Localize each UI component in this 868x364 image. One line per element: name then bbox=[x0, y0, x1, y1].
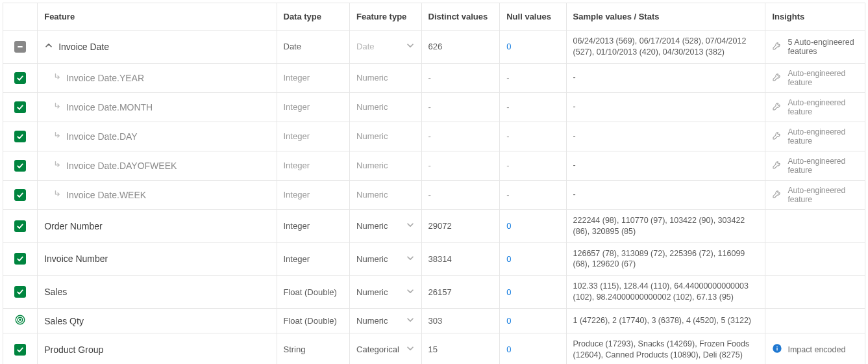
null-value-link[interactable]: 0 bbox=[506, 287, 511, 297]
distinct-value: 626 bbox=[421, 31, 500, 64]
table-row[interactable]: Invoice Date.MONTHIntegerNumeric---Auto-… bbox=[3, 92, 865, 122]
null-value: - bbox=[506, 161, 509, 170]
feature-type-select: Numeric bbox=[356, 102, 414, 112]
target-icon[interactable] bbox=[14, 314, 26, 326]
wrench-icon bbox=[772, 159, 782, 172]
insight-text: Auto-engineered feature bbox=[787, 98, 858, 116]
null-value-link[interactable]: 0 bbox=[506, 254, 511, 264]
feature-name: Invoice Date.DAYOFWEEK bbox=[66, 161, 177, 171]
feature-type-select[interactable]: Numeric bbox=[356, 220, 414, 231]
insight: 5 Auto-engineered features bbox=[772, 38, 858, 56]
header-data-type[interactable]: Data type bbox=[277, 3, 350, 31]
chevron-down-icon bbox=[406, 287, 415, 298]
feature-name: Invoice Date.DAY bbox=[66, 131, 137, 142]
feature-type-value: Numeric bbox=[356, 131, 388, 141]
feature-name: Invoice Date.YEAR bbox=[66, 73, 144, 83]
data-type: String bbox=[277, 333, 350, 365]
header-distinct[interactable]: Distinct values bbox=[421, 3, 500, 31]
table-row[interactable]: SalesFloat (Double)Numeric261570102.33 (… bbox=[3, 276, 865, 309]
feature-type-select[interactable]: Date bbox=[356, 41, 414, 52]
table-row[interactable]: Invoice Date.DAYOFWEEKIntegerNumeric---A… bbox=[3, 151, 865, 180]
sample-values: - bbox=[573, 72, 759, 83]
header-checkbox bbox=[3, 3, 38, 31]
data-type: Integer bbox=[277, 209, 350, 242]
feature-type-select: Numeric bbox=[356, 190, 414, 200]
feature-type-select[interactable]: Numeric bbox=[356, 315, 414, 326]
header-null[interactable]: Null values bbox=[500, 3, 566, 31]
feature-type-value: Numeric bbox=[356, 102, 388, 112]
sample-values: Produce (17293), Snacks (14269), Frozen … bbox=[573, 339, 759, 361]
feature-name: Invoice Date.WEEK bbox=[66, 190, 146, 200]
feature-type-value: Numeric bbox=[356, 190, 388, 200]
row-checkbox[interactable] bbox=[14, 286, 26, 298]
row-checkbox[interactable] bbox=[14, 41, 26, 53]
row-checkbox[interactable] bbox=[14, 253, 26, 265]
feature-type-select: Numeric bbox=[356, 161, 414, 170]
feature-name: Invoice Date.MONTH bbox=[66, 102, 153, 112]
table-row[interactable]: Invoice Date.WEEKIntegerNumeric---Auto-e… bbox=[3, 180, 865, 209]
row-checkbox[interactable] bbox=[14, 160, 26, 172]
insight-text: Auto-engineered feature bbox=[787, 186, 858, 204]
row-checkbox[interactable] bbox=[14, 344, 26, 356]
insight-text: Impact encoded bbox=[787, 345, 845, 354]
table-row[interactable]: Invoice Date.DAYIntegerNumeric---Auto-en… bbox=[3, 122, 865, 151]
insight: Auto-engineered feature bbox=[772, 186, 858, 204]
null-value-link[interactable]: 0 bbox=[506, 344, 511, 354]
header-feature[interactable]: Feature bbox=[38, 3, 277, 31]
expand-toggle[interactable] bbox=[44, 41, 53, 52]
table-row[interactable]: Invoice DateDateDate626006/24/2013 (569)… bbox=[3, 31, 865, 64]
feature-type-value: Numeric bbox=[356, 221, 388, 231]
table-row[interactable]: Invoice Date.YEARIntegerNumeric---Auto-e… bbox=[3, 63, 865, 92]
sample-values: 222244 (98), 110770 (97), 103422 (90), 3… bbox=[573, 215, 759, 237]
data-type: Integer bbox=[277, 122, 350, 151]
header-feature-type[interactable]: Feature type bbox=[350, 3, 421, 31]
insight-text: 5 Auto-engineered features bbox=[787, 38, 858, 56]
feature-type-value: Date bbox=[356, 42, 374, 51]
table-row[interactable]: Invoice NumberIntegerNumeric383140126657… bbox=[3, 242, 865, 276]
header-insights[interactable]: Insights bbox=[765, 3, 865, 31]
row-checkbox[interactable] bbox=[14, 131, 26, 142]
feature-type-select: Numeric bbox=[356, 131, 414, 141]
distinct-value: - bbox=[421, 180, 500, 209]
row-checkbox[interactable] bbox=[14, 189, 26, 201]
feature-name: Invoice Number bbox=[44, 254, 108, 264]
distinct-value: 15 bbox=[421, 333, 500, 365]
feature-type-select[interactable]: Numeric bbox=[356, 287, 414, 298]
insight-text: Auto-engineered feature bbox=[787, 69, 858, 87]
data-type: Float (Double) bbox=[277, 309, 350, 333]
distinct-value: 26157 bbox=[421, 276, 500, 309]
chevron-down-icon bbox=[406, 344, 415, 355]
distinct-value: - bbox=[421, 151, 500, 180]
wrench-icon bbox=[772, 101, 782, 113]
row-checkbox[interactable] bbox=[14, 220, 26, 232]
feature-type-value: Numeric bbox=[356, 287, 388, 297]
sample-values: - bbox=[573, 189, 759, 200]
null-value-link[interactable]: 0 bbox=[506, 316, 511, 326]
chevron-down-icon bbox=[406, 41, 415, 52]
table-row[interactable]: Product GroupStringCategorical150Produce… bbox=[3, 333, 865, 365]
null-value-link[interactable]: 0 bbox=[506, 42, 511, 51]
row-checkbox[interactable] bbox=[14, 101, 26, 113]
null-value: - bbox=[506, 131, 509, 141]
data-type: Integer bbox=[277, 63, 350, 92]
svg-rect-5 bbox=[777, 348, 778, 351]
info-icon bbox=[772, 343, 782, 356]
data-type: Integer bbox=[277, 92, 350, 122]
null-value: - bbox=[506, 102, 509, 112]
null-value-link[interactable]: 0 bbox=[506, 221, 511, 231]
wrench-icon bbox=[772, 40, 782, 53]
feature-type-select[interactable]: Numeric bbox=[356, 254, 414, 265]
chevron-down-icon bbox=[406, 315, 415, 326]
null-value: - bbox=[506, 190, 509, 200]
feature-type-value: Numeric bbox=[356, 254, 388, 264]
svg-rect-6 bbox=[777, 346, 778, 346]
feature-type-select[interactable]: Categorical bbox=[356, 344, 414, 355]
wrench-icon bbox=[772, 72, 782, 84]
header-sample[interactable]: Sample values / Stats bbox=[566, 3, 765, 31]
sub-arrow-icon bbox=[53, 131, 62, 142]
row-checkbox[interactable] bbox=[14, 72, 26, 84]
distinct-value: 29072 bbox=[421, 209, 500, 242]
feature-name: Sales bbox=[44, 287, 67, 297]
table-row[interactable]: Sales QtyFloat (Double)Numeric30301 (472… bbox=[3, 309, 865, 333]
table-row[interactable]: Order NumberIntegerNumeric290720222244 (… bbox=[3, 209, 865, 242]
